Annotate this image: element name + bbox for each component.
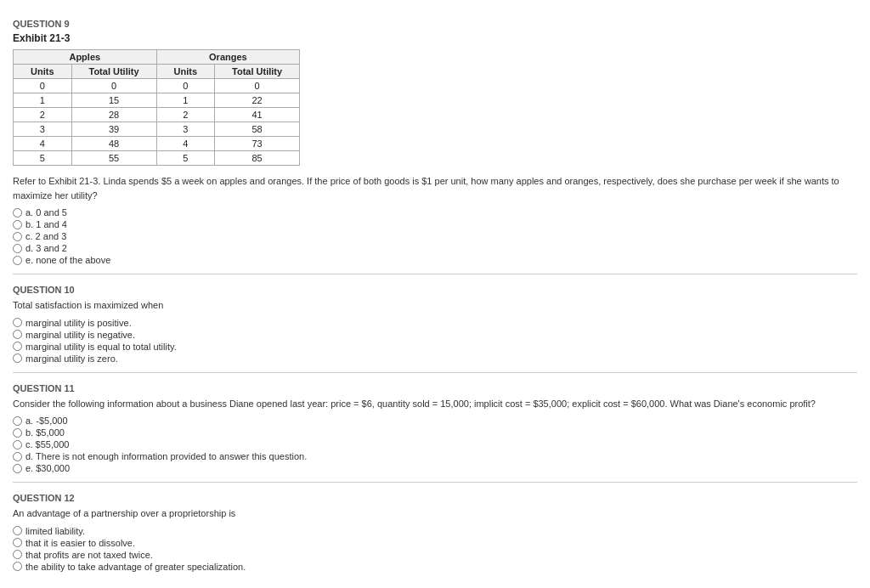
- q11-radio-c[interactable]: [13, 440, 22, 449]
- q12-option-b: that it is easier to dissolve.: [13, 538, 857, 548]
- q11-option-e: e. $30,000: [13, 463, 857, 473]
- q10-option-a: marginal utility is positive.: [13, 318, 857, 328]
- table-cell: 5: [156, 151, 215, 166]
- apples-header: Apples: [14, 50, 157, 65]
- question-10: QUESTION 10 Total satisfaction is maximi…: [13, 285, 857, 364]
- table-cell: 85: [215, 151, 300, 166]
- q12-option-c: that profits are not taxed twice.: [13, 550, 857, 560]
- q11-option-d: d. There is not enough information provi…: [13, 451, 857, 461]
- q12-option-a: limited liability.: [13, 526, 857, 536]
- q9-option-b: b. 1 and 4: [13, 219, 857, 229]
- table-cell: 3: [156, 122, 215, 137]
- table-cell: 0: [215, 79, 300, 93]
- q11-option-b: b. $5,000: [13, 427, 857, 438]
- q9-radio-c[interactable]: [13, 232, 22, 241]
- q12-radio-b[interactable]: [13, 538, 22, 547]
- q10-option-c: marginal utility is equal to total utili…: [13, 342, 857, 352]
- q9-option-a: a. 0 and 5: [13, 207, 857, 218]
- table-cell: 2: [156, 108, 215, 122]
- table-cell: 0: [71, 79, 156, 93]
- q9-option-d: d. 3 and 2: [13, 243, 857, 253]
- q9-option-c: c. 2 and 3: [13, 231, 857, 241]
- q9-radio-a[interactable]: [13, 208, 22, 218]
- q12-radio-c[interactable]: [13, 550, 22, 559]
- exhibit-table: Apples Oranges Units Total Utility Units…: [13, 49, 300, 166]
- table-cell: 2: [14, 108, 72, 122]
- q10-radio-a[interactable]: [13, 318, 22, 327]
- table-cell: 41: [215, 108, 300, 122]
- q10-option-d: marginal utility is zero.: [13, 353, 857, 364]
- table-cell: 28: [71, 108, 156, 122]
- q9-radio-b[interactable]: [13, 220, 22, 229]
- question-12: QUESTION 12 An advantage of a partnershi…: [13, 493, 857, 572]
- table-cell: 22: [215, 93, 300, 108]
- question-10-label: QUESTION 10: [13, 285, 857, 295]
- question-12-text: An advantage of a partnership over a pro…: [13, 506, 857, 521]
- question-9-label: QUESTION 9: [13, 19, 857, 29]
- q11-option-a: a. -$5,000: [13, 416, 857, 426]
- question-10-text: Total satisfaction is maximized when: [13, 298, 857, 313]
- table-cell: 48: [71, 137, 156, 151]
- table-cell: 15: [71, 93, 156, 108]
- q9-radio-e[interactable]: [13, 256, 22, 265]
- table-cell: 3: [14, 122, 72, 137]
- col-apples-total-utility: Total Utility: [71, 65, 156, 79]
- q11-radio-a[interactable]: [13, 416, 22, 426]
- q11-radio-d[interactable]: [13, 452, 22, 461]
- question-12-label: QUESTION 12: [13, 493, 857, 503]
- q10-radio-c[interactable]: [13, 342, 22, 351]
- table-cell: 0: [14, 79, 72, 93]
- q11-radio-e[interactable]: [13, 464, 22, 473]
- table-cell: 4: [156, 137, 215, 151]
- q12-radio-a[interactable]: [13, 526, 22, 535]
- divider-11-12: [13, 482, 857, 483]
- question-9: QUESTION 9 Exhibit 21-3 Apples Oranges U…: [13, 19, 857, 265]
- table-cell: 58: [215, 122, 300, 137]
- col-oranges-units: Units: [156, 65, 215, 79]
- exhibit-label: Exhibit 21-3: [13, 32, 857, 44]
- oranges-header: Oranges: [156, 50, 300, 65]
- question-11-label: QUESTION 11: [13, 383, 857, 393]
- divider-9-10: [13, 274, 857, 274]
- table-cell: 1: [14, 93, 72, 108]
- question-9-text: Refer to Exhibit 21-3. Linda spends $5 a…: [13, 174, 857, 202]
- q10-radio-d[interactable]: [13, 353, 22, 363]
- q11-radio-b[interactable]: [13, 428, 22, 438]
- q9-option-e: e. none of the above: [13, 255, 857, 265]
- table-cell: 4: [14, 137, 72, 151]
- table-cell: 39: [71, 122, 156, 137]
- q10-option-b: marginal utility is negative.: [13, 330, 857, 340]
- table-cell: 0: [156, 79, 215, 93]
- table-cell: 55: [71, 151, 156, 166]
- q9-radio-d[interactable]: [13, 244, 22, 253]
- q12-option-d: the ability to take advantage of greater…: [13, 562, 857, 572]
- table-cell: 5: [14, 151, 72, 166]
- q10-radio-b[interactable]: [13, 330, 22, 339]
- question-11-text: Consider the following information about…: [13, 397, 857, 411]
- question-11: QUESTION 11 Consider the following infor…: [13, 383, 857, 474]
- col-oranges-total-utility: Total Utility: [215, 65, 300, 79]
- table-cell: 1: [156, 93, 215, 108]
- q12-radio-d[interactable]: [13, 562, 22, 571]
- divider-10-11: [13, 372, 857, 373]
- col-apples-units: Units: [14, 65, 72, 79]
- q11-option-c: c. $55,000: [13, 439, 857, 449]
- table-cell: 73: [215, 137, 300, 151]
